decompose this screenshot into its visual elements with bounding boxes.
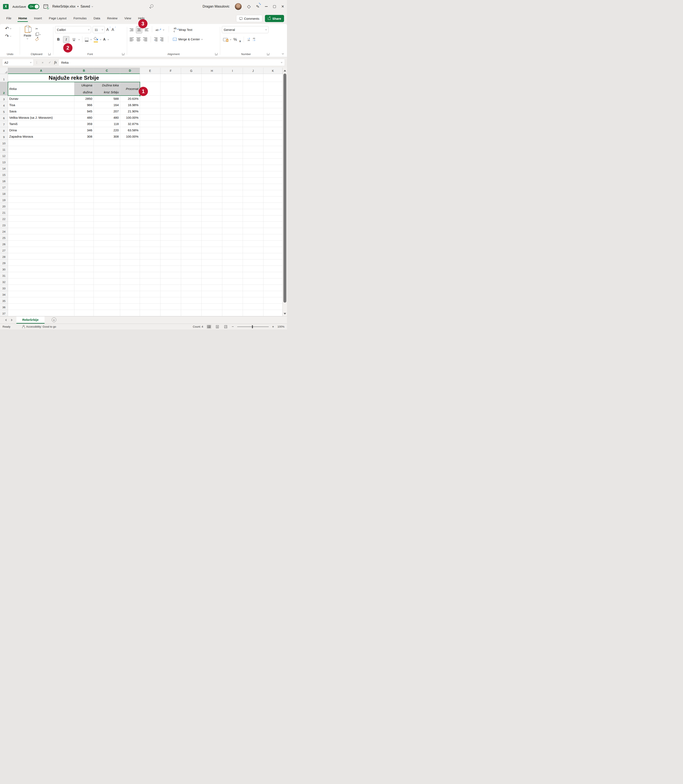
cell-G25[interactable] <box>181 234 202 240</box>
row-header-31[interactable]: 31 <box>0 272 8 279</box>
cell-H15[interactable] <box>202 171 222 178</box>
cell-J17[interactable] <box>243 184 263 190</box>
cell-C25[interactable] <box>94 234 120 240</box>
cell-F33[interactable] <box>160 285 181 291</box>
cell-I11[interactable] <box>222 146 243 152</box>
cell-I24[interactable] <box>222 228 243 234</box>
cell-B17[interactable] <box>74 184 94 190</box>
cancel-button[interactable]: × <box>40 61 45 64</box>
cell-K4[interactable] <box>263 102 282 108</box>
cell-G28[interactable] <box>181 253 202 260</box>
cell-E11[interactable] <box>140 146 160 152</box>
cell-F14[interactable] <box>160 165 181 171</box>
cell-D3[interactable]: 20.63% <box>120 96 140 102</box>
row-header-28[interactable]: 28 <box>0 253 8 260</box>
cell-E8[interactable] <box>140 127 160 133</box>
document-title[interactable]: RekeSrbije.xlsx • Saved <box>52 5 93 8</box>
cell-F20[interactable] <box>160 203 181 209</box>
cell-K16[interactable] <box>263 178 282 184</box>
cell-F29[interactable] <box>160 260 181 266</box>
cell-B28[interactable] <box>74 253 94 260</box>
cell-H34[interactable] <box>202 291 222 297</box>
cell-H17[interactable] <box>202 184 222 190</box>
user-name[interactable]: Dragan Masulovic <box>202 5 229 8</box>
name-box[interactable]: A2 <box>2 59 34 66</box>
increase-decimal-button[interactable]: ←0.00 <box>247 38 250 42</box>
cell-F22[interactable] <box>160 215 181 222</box>
cell-B31[interactable] <box>74 272 94 279</box>
cell-H3[interactable] <box>202 96 222 102</box>
tab-home[interactable]: Home <box>18 15 27 22</box>
decrease-decimal-button[interactable]: .00→0 <box>252 38 255 42</box>
cell-E28[interactable] <box>140 253 160 260</box>
redo-icon[interactable]: ↷ <box>5 34 9 38</box>
fill-color-icon[interactable]: ◢ <box>94 37 98 42</box>
cell-E6[interactable] <box>140 114 160 121</box>
cell-K34[interactable] <box>263 291 282 297</box>
column-header-D[interactable]: D <box>120 68 140 74</box>
cell-F23[interactable] <box>160 222 181 228</box>
cell-J35[interactable] <box>243 297 263 304</box>
cell-J6[interactable] <box>243 114 263 121</box>
cell-A7[interactable]: Tamiš <box>8 121 74 127</box>
copy-dropdown-chevron[interactable] <box>39 34 41 35</box>
cell-G2[interactable] <box>181 82 202 96</box>
copy-icon[interactable] <box>35 33 38 36</box>
row-header-18[interactable]: 18 <box>0 190 8 196</box>
increase-indent-button[interactable]: → <box>160 38 164 41</box>
cell-I26[interactable] <box>222 240 243 247</box>
cell-I23[interactable] <box>222 222 243 228</box>
cell-C12[interactable] <box>94 152 120 159</box>
cell-A3[interactable]: Dunav <box>8 96 74 102</box>
cell-G26[interactable] <box>181 240 202 247</box>
cell-J11[interactable] <box>243 146 263 152</box>
cell-G33[interactable] <box>181 285 202 291</box>
cell-K37[interactable] <box>263 310 282 316</box>
cell-J20[interactable] <box>243 203 263 209</box>
cell-G24[interactable] <box>181 228 202 234</box>
previous-sheet-arrow[interactable] <box>5 319 6 321</box>
cell-C20[interactable] <box>94 203 120 209</box>
cell-J7[interactable] <box>243 121 263 127</box>
cell-I25[interactable] <box>222 234 243 240</box>
cell-A32[interactable] <box>8 279 74 285</box>
number-dialog-launcher[interactable] <box>267 53 269 55</box>
row-header-34[interactable]: 34 <box>0 291 8 297</box>
cell-A10[interactable] <box>8 140 74 146</box>
cell-G32[interactable] <box>181 279 202 285</box>
cell-A5[interactable]: Sava <box>8 108 74 114</box>
cell-H33[interactable] <box>202 285 222 291</box>
excel-app-icon[interactable]: X <box>3 4 9 9</box>
cell-B29[interactable] <box>74 260 94 266</box>
cell-G4[interactable] <box>181 102 202 108</box>
cell-F21[interactable] <box>160 209 181 215</box>
cell-B25[interactable] <box>74 234 94 240</box>
close-button[interactable]: × <box>281 5 284 8</box>
select-all-corner[interactable] <box>0 68 8 74</box>
alignment-dialog-launcher[interactable] <box>215 53 218 55</box>
cell-C2[interactable]: Dužina tokakroz Srbiju <box>94 82 120 96</box>
font-dialog-launcher[interactable] <box>122 53 124 55</box>
vertical-scrollbar[interactable] <box>282 68 287 316</box>
cell-A24[interactable] <box>8 228 74 234</box>
cell-H26[interactable] <box>202 240 222 247</box>
accessibility-status[interactable]: Accessibility: Good to go <box>22 325 56 328</box>
undo-icon[interactable]: ↶ <box>5 26 9 30</box>
cell-F25[interactable] <box>160 234 181 240</box>
cell-E4[interactable] <box>140 102 160 108</box>
row-header-2[interactable]: 2 <box>0 82 8 96</box>
cell-F12[interactable] <box>160 152 181 159</box>
cell-G11[interactable] <box>181 146 202 152</box>
cell-I35[interactable] <box>222 297 243 304</box>
cell-C27[interactable] <box>94 247 120 253</box>
cell-G9[interactable] <box>181 133 202 140</box>
cell-F30[interactable] <box>160 266 181 272</box>
maximize-button[interactable] <box>273 5 276 8</box>
cell-G30[interactable] <box>181 266 202 272</box>
cell-I19[interactable] <box>222 196 243 203</box>
cell-C28[interactable] <box>94 253 120 260</box>
cell-E19[interactable] <box>140 196 160 203</box>
cell-A26[interactable] <box>8 240 74 247</box>
percent-style-button[interactable]: % <box>233 37 237 42</box>
cell-E31[interactable] <box>140 272 160 279</box>
